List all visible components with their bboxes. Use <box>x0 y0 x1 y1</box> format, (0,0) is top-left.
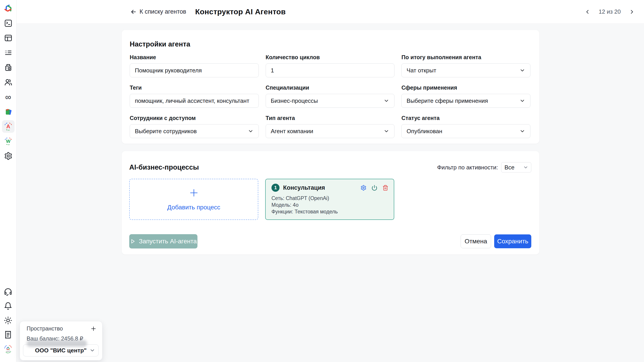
sidebar-item-terminal[interactable] <box>4 19 13 28</box>
sidebar-item-notifications[interactable] <box>4 302 12 311</box>
field-label: Сотрудники с доступом <box>130 115 259 121</box>
power-icon <box>372 185 378 191</box>
next-agent-button[interactable] <box>629 9 635 15</box>
process-settings-button[interactable] <box>360 185 366 191</box>
field-cycles: Количество циклов <box>266 54 395 77</box>
agent-settings-form: Название Количество циклов По итогу выпо… <box>130 54 530 138</box>
bell-icon <box>4 302 12 310</box>
field-label: Специализации <box>266 84 395 91</box>
prev-agent-button[interactable] <box>584 9 590 15</box>
employees-select[interactable]: Выберите сотрудников <box>130 124 259 138</box>
svg-text:W: W <box>6 139 10 144</box>
sidebar-item-brand[interactable]: VisGPT <box>4 345 12 354</box>
infinity-icon: ∞ <box>5 93 11 101</box>
agent-type-select[interactable]: Агент компании <box>266 124 395 138</box>
add-workspace-button[interactable] <box>90 326 96 332</box>
select-value: Все <box>504 164 514 171</box>
field-label: Сферы применения <box>402 84 530 91</box>
app-logo[interactable] <box>3 3 14 14</box>
sidebar-item-integrations[interactable]: ∞ <box>4 92 13 101</box>
play-icon <box>130 238 136 244</box>
add-process-button[interactable]: Добавить процесс <box>129 179 258 220</box>
sun-icon <box>4 316 12 325</box>
process-name: Консультация <box>283 184 325 191</box>
trash-icon <box>382 185 388 191</box>
sidebar-item-support[interactable] <box>4 287 12 296</box>
field-name: Название <box>130 54 259 77</box>
agents-a-icon: A <box>4 122 13 131</box>
workspace-title: Пространство <box>26 325 63 332</box>
select-value: Чат открыт <box>406 67 436 74</box>
field-agent-type: Тип агента Агент компании <box>266 115 395 138</box>
field-employees: Сотрудники с доступом Выберите сотрудник… <box>130 115 259 138</box>
process-functions: Функции: Текстовая модель <box>272 208 388 215</box>
workspace-popup: Пространство Ваш баланс: 2456.8 ₽ ООО "В… <box>20 321 102 361</box>
brand-label: VisGPT <box>6 351 10 352</box>
back-to-agents-link[interactable]: К списку агентов <box>130 8 186 15</box>
plus-icon <box>90 326 96 332</box>
process-delete-button[interactable] <box>382 185 388 191</box>
field-specializations: Специализации Бизнес-процессы <box>266 84 395 108</box>
terminal-icon <box>4 19 12 27</box>
select-value: Опубликован <box>406 128 442 135</box>
chevron-right-icon <box>629 9 635 15</box>
workflows-w-icon: W <box>4 137 13 146</box>
field-spheres: Сферы применения Выберите сферы применен… <box>402 84 530 108</box>
users-icon <box>4 78 12 86</box>
chevron-down-icon <box>384 98 389 104</box>
sidebar-item-tasks[interactable] <box>4 48 13 57</box>
chevron-left-icon <box>584 9 590 15</box>
chevron-down-icon <box>90 348 95 353</box>
sidebar-item-tables[interactable] <box>4 33 13 42</box>
library-icon <box>4 107 12 116</box>
process-card[interactable]: 1 Консультация <box>265 179 394 220</box>
select-value: Выберите сотрудников <box>135 128 197 135</box>
cancel-button[interactable]: Отмена <box>461 234 491 248</box>
cycles-input[interactable] <box>266 63 395 77</box>
status-select[interactable]: Опубликован <box>402 124 530 138</box>
sidebar-item-settings[interactable] <box>4 151 13 160</box>
sidebar-item-workflows[interactable]: W <box>4 137 13 146</box>
activity-filter-select[interactable]: Все <box>501 162 531 173</box>
agent-name-input[interactable] <box>130 63 259 77</box>
result-select[interactable]: Чат открыт <box>402 63 530 77</box>
chevron-down-icon <box>520 98 525 104</box>
sidebar-item-ai-agents[interactable]: A <box>2 120 14 133</box>
field-result: По итогу выполнения агента Чат открыт <box>402 54 530 77</box>
chevron-down-icon <box>520 128 525 134</box>
arrow-left-icon <box>130 8 137 15</box>
sidebar-item-library[interactable] <box>4 107 13 116</box>
field-label: Тип агента <box>266 115 395 121</box>
pager-text: 12 из 20 <box>598 8 621 15</box>
agent-pager: 12 из 20 <box>584 8 635 15</box>
gear-icon <box>4 152 12 160</box>
processes-card: AI-бизнес-процессы Фильтр по активности:… <box>122 151 539 255</box>
process-network: Сеть: ChatGPT (OpenAi) <box>272 195 388 202</box>
save-button[interactable]: Сохранить <box>494 234 531 248</box>
field-label: Название <box>130 54 259 60</box>
sidebar-item-employees[interactable] <box>4 78 13 87</box>
back-label: К списку агентов <box>140 8 186 15</box>
list-icon <box>4 48 12 57</box>
spheres-select[interactable]: Выберите сферы применения <box>402 94 530 108</box>
sidebar-item-billing[interactable] <box>4 330 12 339</box>
field-label: По итогу выполнения агента <box>402 54 530 60</box>
specializations-select[interactable]: Бизнес-процессы <box>266 94 395 108</box>
process-model: Модель: 4o <box>272 202 388 208</box>
run-agent-button[interactable]: Запустить AI-агента <box>129 234 198 249</box>
run-agent-label: Запустить AI-агента <box>139 238 197 245</box>
company-name: ООО "ВИС центр" <box>35 347 87 354</box>
tags-input[interactable] <box>130 94 259 108</box>
chevron-down-icon <box>248 128 254 134</box>
field-tags: Теги <box>130 84 259 108</box>
blurred-account-email <box>26 340 87 347</box>
processes-title: AI-бизнес-процессы <box>129 163 199 171</box>
sidebar: ∞ A W <box>0 0 16 362</box>
visgpt-logo-icon <box>3 3 14 14</box>
field-label: Количество циклов <box>266 54 395 60</box>
field-label: Статус агента <box>402 115 530 121</box>
process-toggle-button[interactable] <box>372 185 378 191</box>
sidebar-item-theme[interactable] <box>4 316 12 325</box>
sidebar-item-documents[interactable] <box>4 63 13 72</box>
chevron-down-icon <box>384 128 389 134</box>
